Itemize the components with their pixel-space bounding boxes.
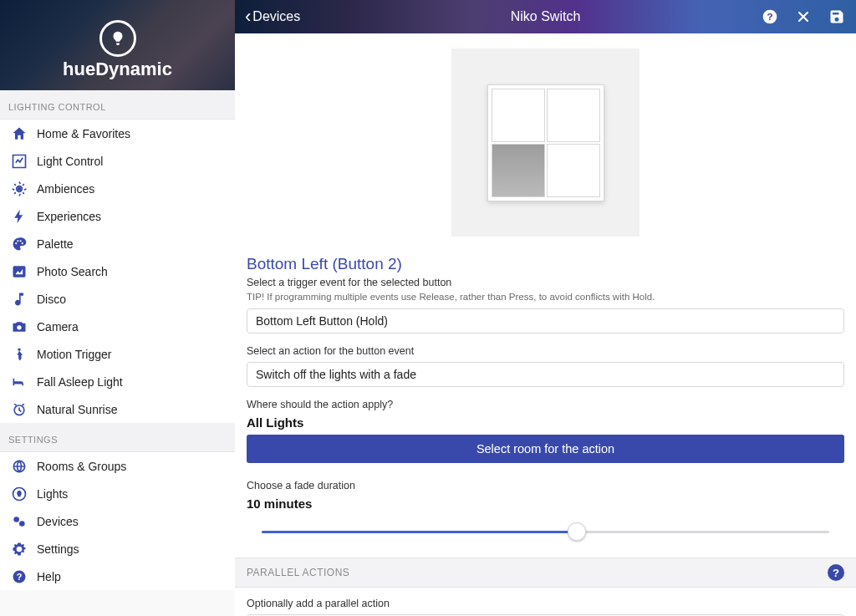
sidebar-item-label: Home & Favorites [37, 127, 130, 140]
photo-icon [8, 263, 30, 280]
sidebar-item-label: Camera [37, 320, 79, 333]
parallel-actions-header: PARALLEL ACTIONS ? [235, 557, 856, 588]
action-hint: Select an action for the button event [247, 345, 844, 357]
palette-icon [8, 236, 30, 252]
rooms-icon [8, 458, 30, 475]
switch-button-bottom-right[interactable] [547, 144, 600, 197]
sidebar-item-disco[interactable]: Disco [0, 285, 235, 313]
save-button[interactable] [828, 8, 846, 26]
fade-value: 10 minutes [247, 496, 844, 511]
brand-header: hueDynamic [0, 0, 235, 90]
sidebar-list-lighting: Home & FavoritesLight ControlAmbiencesEx… [0, 120, 235, 423]
sidebar: hueDynamic LIGHTING CONTROL Home & Favor… [0, 0, 235, 616]
sidebar-item-lights[interactable]: Lights [0, 480, 235, 507]
camera-icon [8, 318, 30, 335]
sidebar-item-label: Motion Trigger [37, 348, 111, 361]
back-button[interactable]: ‹ Devices [245, 8, 300, 26]
svg-point-12 [19, 521, 25, 527]
sidebar-item-camera[interactable]: Camera [0, 313, 235, 340]
svg-rect-5 [13, 266, 26, 277]
switch-image [451, 48, 639, 237]
sidebar-item-label: Devices [37, 515, 79, 528]
sidebar-item-ambiences[interactable]: Ambiences [0, 175, 235, 202]
lightcontrol-icon [8, 153, 30, 170]
sidebar-item-label: Disco [37, 293, 66, 306]
sidebar-item-label: Rooms & Groups [37, 460, 126, 473]
selected-button-heading: Bottom Left (Button 2) [247, 255, 844, 273]
device-preview [235, 33, 856, 255]
sidebar-item-home-favorites[interactable]: Home & Favorites [0, 120, 235, 147]
sidebar-item-label: Settings [37, 542, 79, 556]
parallel-title: PARALLEL ACTIONS [247, 567, 349, 578]
trigger-hint: Select a trigger event for the selected … [247, 277, 844, 288]
trigger-select[interactable]: Bottom Left Button (Hold) [247, 308, 844, 333]
sidebar-item-experiences[interactable]: Experiences [0, 202, 235, 230]
help-icon: ? [8, 568, 30, 585]
svg-point-3 [20, 240, 22, 242]
switch-button-top-right[interactable] [547, 89, 600, 142]
page-title: Niko Switch [511, 9, 581, 24]
sidebar-item-devices[interactable]: Devices [0, 507, 235, 535]
sidebar-item-label: Help [37, 570, 61, 583]
sidebar-item-label: Fall Asleep Light [37, 375, 123, 389]
music-icon [8, 291, 30, 308]
sidebar-item-rooms-groups[interactable]: Rooms & Groups [0, 452, 235, 480]
sidebar-item-label: Lights [37, 487, 68, 501]
select-room-button-label: Select room for the action [476, 442, 614, 456]
sidebar-item-fall-asleep-light[interactable]: Fall Asleep Light [0, 368, 235, 395]
switch-button-top-left[interactable] [492, 89, 545, 142]
topbar-actions: ? [761, 8, 846, 26]
action-select[interactable]: Switch off the lights with a fade [247, 362, 844, 387]
fade-slider[interactable] [247, 516, 844, 549]
sidebar-item-label: Photo Search [37, 265, 108, 278]
bolt-icon [8, 208, 30, 225]
sidebar-item-label: Palette [37, 237, 74, 251]
parallel-hint: Optionally add a parallel action [247, 598, 844, 609]
slider-thumb[interactable] [568, 522, 586, 541]
svg-text:?: ? [17, 572, 23, 582]
main-panel: ‹ Devices Niko Switch ? [235, 0, 856, 616]
sidebar-item-label: Ambiences [37, 182, 94, 196]
devices-icon [8, 513, 30, 530]
svg-text:?: ? [767, 11, 772, 22]
content: Bottom Left (Button 2) Select a trigger … [235, 33, 856, 616]
sidebar-section-lighting: LIGHTING CONTROL [0, 90, 235, 120]
svg-point-0 [18, 186, 22, 191]
sidebar-list-settings: Rooms & GroupsLightsDevicesSettings?Help [0, 452, 235, 590]
brand-name: hueDynamic [63, 59, 172, 80]
fade-hint: Choose a fade duration [247, 480, 844, 491]
svg-point-2 [17, 240, 18, 242]
action-select-value: Switch off the lights with a fade [256, 368, 416, 381]
ambience-icon [8, 181, 30, 197]
gear-icon [8, 541, 30, 557]
svg-point-6 [17, 325, 21, 329]
trigger-tip: TIP! If programming multiple events use … [247, 292, 844, 302]
sidebar-item-motion-trigger[interactable]: Motion Trigger [0, 340, 235, 368]
sidebar-item-label: Light Control [37, 155, 103, 168]
scope-hint: Where should the action apply? [247, 399, 844, 410]
motion-icon [8, 346, 30, 363]
home-icon [8, 125, 30, 142]
scope-value: All Lights [247, 415, 844, 430]
sidebar-item-label: Experiences [37, 210, 101, 223]
topbar: ‹ Devices Niko Switch ? [235, 0, 856, 33]
sidebar-item-palette[interactable]: Palette [0, 230, 235, 257]
select-room-button[interactable]: Select room for the action [247, 435, 844, 463]
sidebar-item-photo-search[interactable]: Photo Search [0, 257, 235, 285]
sidebar-item-label: Natural Sunrise [37, 403, 118, 416]
alarm-icon [8, 401, 30, 418]
sidebar-item-settings[interactable]: Settings [0, 535, 235, 563]
parallel-help-button[interactable]: ? [828, 564, 844, 581]
close-button[interactable] [794, 8, 813, 26]
svg-point-11 [13, 517, 19, 522]
sidebar-item-light-control[interactable]: Light Control [0, 147, 235, 175]
svg-point-7 [18, 348, 20, 350]
switch-button-bottom-left[interactable] [492, 144, 545, 197]
sidebar-item-natural-sunrise[interactable]: Natural Sunrise [0, 395, 235, 423]
chevron-left-icon: ‹ [245, 8, 251, 26]
sidebar-section-settings: SETTINGS [0, 423, 235, 452]
sidebar-item-help[interactable]: ?Help [0, 563, 235, 590]
help-button[interactable]: ? [761, 8, 779, 26]
back-label: Devices [252, 9, 300, 24]
svg-point-1 [15, 242, 17, 244]
